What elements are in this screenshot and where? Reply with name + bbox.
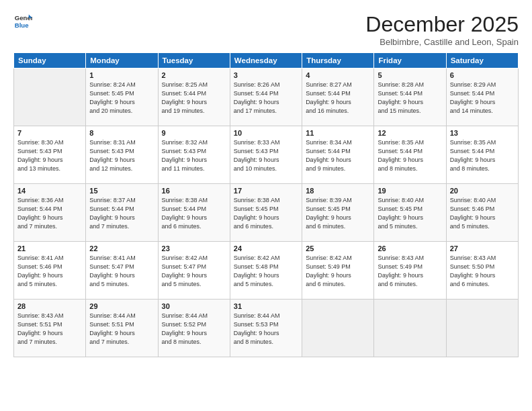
day-number: 8 <box>89 129 154 137</box>
calendar-table: SundayMondayTuesdayWednesdayThursdayFrid… <box>13 52 519 357</box>
cell-info: Sunrise: 8:40 AM Sunset: 5:46 PM Dayligh… <box>450 196 515 231</box>
cell-info: Sunrise: 8:25 AM Sunset: 5:44 PM Dayligh… <box>162 81 226 116</box>
cell-info: Sunrise: 8:32 AM Sunset: 5:43 PM Dayligh… <box>162 138 226 173</box>
calendar-cell: 25Sunrise: 8:42 AM Sunset: 5:49 PM Dayli… <box>302 242 374 300</box>
calendar-cell: 16Sunrise: 8:38 AM Sunset: 5:44 PM Dayli… <box>158 184 230 242</box>
calendar-cell: 3Sunrise: 8:26 AM Sunset: 5:44 PM Daylig… <box>230 68 302 126</box>
cell-info: Sunrise: 8:35 AM Sunset: 5:44 PM Dayligh… <box>378 138 442 173</box>
calendar-cell: 21Sunrise: 8:41 AM Sunset: 5:46 PM Dayli… <box>14 242 86 300</box>
col-header-friday: Friday <box>374 53 446 68</box>
cell-info: Sunrise: 8:43 AM Sunset: 5:50 PM Dayligh… <box>450 254 515 289</box>
day-number: 28 <box>17 302 82 310</box>
day-number: 27 <box>450 244 515 253</box>
day-number: 20 <box>450 187 515 195</box>
col-header-saturday: Saturday <box>446 53 518 68</box>
day-number: 31 <box>234 302 298 310</box>
calendar-cell: 5Sunrise: 8:28 AM Sunset: 5:44 PM Daylig… <box>374 68 446 126</box>
day-number: 5 <box>378 71 442 79</box>
col-header-thursday: Thursday <box>302 53 374 68</box>
week-row-0: 1Sunrise: 8:24 AM Sunset: 5:45 PM Daylig… <box>14 68 519 126</box>
cell-info: Sunrise: 8:36 AM Sunset: 5:44 PM Dayligh… <box>17 196 82 231</box>
day-number: 24 <box>234 244 298 253</box>
cell-info: Sunrise: 8:38 AM Sunset: 5:44 PM Dayligh… <box>162 196 226 231</box>
cell-info: Sunrise: 8:44 AM Sunset: 5:53 PM Dayligh… <box>234 312 298 347</box>
day-number: 12 <box>378 129 442 137</box>
day-number: 2 <box>162 71 226 79</box>
cell-info: Sunrise: 8:33 AM Sunset: 5:43 PM Dayligh… <box>234 138 298 173</box>
calendar-cell: 22Sunrise: 8:41 AM Sunset: 5:47 PM Dayli… <box>86 242 158 300</box>
calendar-cell <box>302 300 374 357</box>
calendar-cell: 17Sunrise: 8:38 AM Sunset: 5:45 PM Dayli… <box>230 184 302 242</box>
day-number: 30 <box>162 302 226 310</box>
day-number: 18 <box>306 187 370 195</box>
cell-info: Sunrise: 8:43 AM Sunset: 5:51 PM Dayligh… <box>17 312 82 347</box>
calendar-cell: 12Sunrise: 8:35 AM Sunset: 5:44 PM Dayli… <box>374 126 446 184</box>
header: General Blue December 2025 Belbimbre, Ca… <box>13 12 519 47</box>
calendar-cell: 4Sunrise: 8:27 AM Sunset: 5:44 PM Daylig… <box>302 68 374 126</box>
calendar-cell: 8Sunrise: 8:31 AM Sunset: 5:43 PM Daylig… <box>86 126 158 184</box>
calendar-cell: 28Sunrise: 8:43 AM Sunset: 5:51 PM Dayli… <box>14 300 86 357</box>
cell-info: Sunrise: 8:44 AM Sunset: 5:52 PM Dayligh… <box>162 312 226 347</box>
logo-icon: General Blue <box>13 12 32 31</box>
month-title: December 2025 <box>365 12 519 37</box>
day-number: 19 <box>378 187 442 195</box>
cell-info: Sunrise: 8:43 AM Sunset: 5:49 PM Dayligh… <box>378 254 442 289</box>
week-row-4: 28Sunrise: 8:43 AM Sunset: 5:51 PM Dayli… <box>14 300 519 357</box>
calendar-cell <box>374 300 446 357</box>
calendar-cell: 15Sunrise: 8:37 AM Sunset: 5:44 PM Dayli… <box>86 184 158 242</box>
calendar-cell: 7Sunrise: 8:30 AM Sunset: 5:43 PM Daylig… <box>14 126 86 184</box>
col-header-sunday: Sunday <box>14 53 86 68</box>
day-number: 29 <box>89 302 154 310</box>
day-number: 3 <box>234 71 298 79</box>
cell-info: Sunrise: 8:44 AM Sunset: 5:51 PM Dayligh… <box>89 312 154 347</box>
day-number: 9 <box>162 129 226 137</box>
day-number: 17 <box>234 187 298 195</box>
col-header-wednesday: Wednesday <box>230 53 302 68</box>
day-number: 6 <box>450 71 515 79</box>
cell-info: Sunrise: 8:38 AM Sunset: 5:45 PM Dayligh… <box>234 196 298 231</box>
cell-info: Sunrise: 8:27 AM Sunset: 5:44 PM Dayligh… <box>306 81 370 116</box>
cell-info: Sunrise: 8:37 AM Sunset: 5:44 PM Dayligh… <box>89 196 154 231</box>
cell-info: Sunrise: 8:41 AM Sunset: 5:46 PM Dayligh… <box>17 254 82 289</box>
calendar-cell: 1Sunrise: 8:24 AM Sunset: 5:45 PM Daylig… <box>86 68 158 126</box>
calendar-cell: 14Sunrise: 8:36 AM Sunset: 5:44 PM Dayli… <box>14 184 86 242</box>
logo: General Blue <box>13 12 32 31</box>
calendar-cell: 23Sunrise: 8:42 AM Sunset: 5:47 PM Dayli… <box>158 242 230 300</box>
calendar-cell <box>446 300 518 357</box>
cell-info: Sunrise: 8:42 AM Sunset: 5:48 PM Dayligh… <box>234 254 298 289</box>
cell-info: Sunrise: 8:41 AM Sunset: 5:47 PM Dayligh… <box>89 254 154 289</box>
calendar-cell: 24Sunrise: 8:42 AM Sunset: 5:48 PM Dayli… <box>230 242 302 300</box>
calendar-cell: 29Sunrise: 8:44 AM Sunset: 5:51 PM Dayli… <box>86 300 158 357</box>
calendar-cell: 19Sunrise: 8:40 AM Sunset: 5:45 PM Dayli… <box>374 184 446 242</box>
subtitle: Belbimbre, Castille and Leon, Spain <box>365 37 519 47</box>
col-header-monday: Monday <box>86 53 158 68</box>
week-row-1: 7Sunrise: 8:30 AM Sunset: 5:43 PM Daylig… <box>14 126 519 184</box>
calendar-cell: 27Sunrise: 8:43 AM Sunset: 5:50 PM Dayli… <box>446 242 518 300</box>
calendar-cell <box>14 68 86 126</box>
cell-info: Sunrise: 8:34 AM Sunset: 5:44 PM Dayligh… <box>306 138 370 173</box>
day-number: 16 <box>162 187 226 195</box>
day-number: 26 <box>378 244 442 253</box>
cell-info: Sunrise: 8:35 AM Sunset: 5:44 PM Dayligh… <box>450 138 515 173</box>
cell-info: Sunrise: 8:28 AM Sunset: 5:44 PM Dayligh… <box>378 81 442 116</box>
calendar-cell: 20Sunrise: 8:40 AM Sunset: 5:46 PM Dayli… <box>446 184 518 242</box>
cell-info: Sunrise: 8:30 AM Sunset: 5:43 PM Dayligh… <box>17 138 82 173</box>
day-number: 23 <box>162 244 226 253</box>
calendar-cell: 2Sunrise: 8:25 AM Sunset: 5:44 PM Daylig… <box>158 68 230 126</box>
day-number: 15 <box>89 187 154 195</box>
calendar-cell: 30Sunrise: 8:44 AM Sunset: 5:52 PM Dayli… <box>158 300 230 357</box>
day-number: 22 <box>89 244 154 253</box>
calendar-cell: 10Sunrise: 8:33 AM Sunset: 5:43 PM Dayli… <box>230 126 302 184</box>
day-number: 11 <box>306 129 370 137</box>
calendar-cell: 13Sunrise: 8:35 AM Sunset: 5:44 PM Dayli… <box>446 126 518 184</box>
cell-info: Sunrise: 8:29 AM Sunset: 5:44 PM Dayligh… <box>450 81 515 116</box>
day-number: 1 <box>89 71 154 79</box>
week-row-3: 21Sunrise: 8:41 AM Sunset: 5:46 PM Dayli… <box>14 242 519 300</box>
cell-info: Sunrise: 8:42 AM Sunset: 5:47 PM Dayligh… <box>162 254 226 289</box>
cell-info: Sunrise: 8:39 AM Sunset: 5:45 PM Dayligh… <box>306 196 370 231</box>
cell-info: Sunrise: 8:31 AM Sunset: 5:43 PM Dayligh… <box>89 138 154 173</box>
day-number: 10 <box>234 129 298 137</box>
day-number: 25 <box>306 244 370 253</box>
calendar-cell: 9Sunrise: 8:32 AM Sunset: 5:43 PM Daylig… <box>158 126 230 184</box>
cell-info: Sunrise: 8:24 AM Sunset: 5:45 PM Dayligh… <box>89 81 154 116</box>
